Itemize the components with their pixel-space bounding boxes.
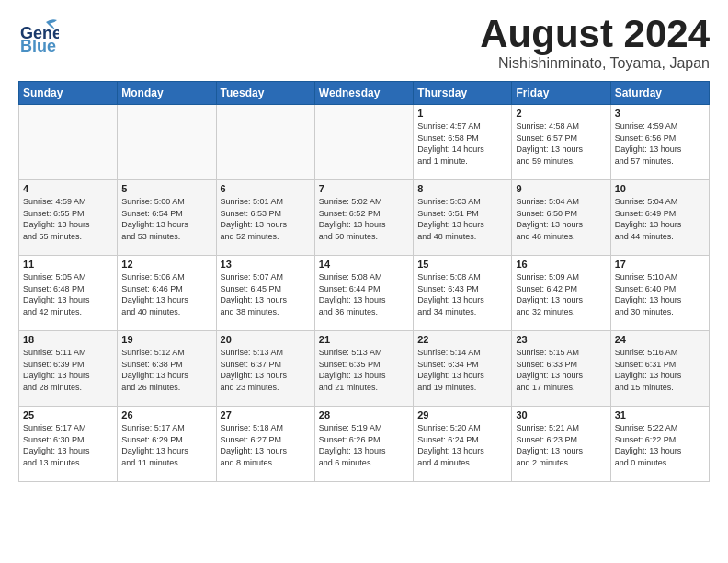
- day-info-6: Sunrise: 5:01 AM Sunset: 6:53 PM Dayligh…: [221, 196, 311, 242]
- day-info-31: Sunrise: 5:22 AM Sunset: 6:22 PM Dayligh…: [615, 422, 705, 468]
- day-number-22: 22: [417, 334, 507, 345]
- day-number-19: 19: [121, 334, 211, 345]
- day-cell-empty: [216, 105, 314, 180]
- logo: General Blue General Blue: [18, 15, 59, 55]
- day-info-29: Sunrise: 5:20 AM Sunset: 6:24 PM Dayligh…: [417, 422, 507, 468]
- day-info-25: Sunrise: 5:17 AM Sunset: 6:30 PM Dayligh…: [23, 422, 113, 468]
- day-number-11: 11: [23, 259, 113, 270]
- day-info-9: Sunrise: 5:04 AM Sunset: 6:50 PM Dayligh…: [516, 196, 606, 242]
- day-info-22: Sunrise: 5:14 AM Sunset: 6:34 PM Dayligh…: [417, 347, 507, 393]
- day-number-6: 6: [221, 183, 311, 194]
- day-cell-11: 11Sunrise: 5:05 AM Sunset: 6:48 PM Dayli…: [19, 256, 118, 331]
- day-cell-empty: [314, 105, 413, 180]
- day-cell-26: 26Sunrise: 5:17 AM Sunset: 6:29 PM Dayli…: [118, 407, 216, 482]
- day-cell-2: 2Sunrise: 4:58 AM Sunset: 6:57 PM Daylig…: [512, 105, 610, 180]
- day-number-31: 31: [615, 409, 705, 420]
- day-number-9: 9: [516, 183, 606, 194]
- day-info-8: Sunrise: 5:03 AM Sunset: 6:51 PM Dayligh…: [417, 196, 507, 242]
- day-number-2: 2: [516, 108, 606, 119]
- day-cell-8: 8Sunrise: 5:03 AM Sunset: 6:51 PM Daylig…: [414, 180, 512, 256]
- title-block: August 2024 Nishishinminato, Toyama, Jap…: [480, 15, 710, 72]
- day-number-14: 14: [319, 259, 409, 270]
- header: General Blue General Blue August 2024 Ni…: [18, 15, 710, 72]
- week-row-5: 25Sunrise: 5:17 AM Sunset: 6:30 PM Dayli…: [19, 407, 710, 482]
- day-cell-1: 1Sunrise: 4:57 AM Sunset: 6:58 PM Daylig…: [414, 105, 512, 180]
- day-cell-16: 16Sunrise: 5:09 AM Sunset: 6:42 PM Dayli…: [512, 256, 610, 331]
- day-cell-20: 20Sunrise: 5:13 AM Sunset: 6:37 PM Dayli…: [216, 331, 314, 407]
- day-info-28: Sunrise: 5:19 AM Sunset: 6:26 PM Dayligh…: [319, 422, 409, 468]
- day-number-10: 10: [615, 183, 705, 194]
- day-cell-21: 21Sunrise: 5:13 AM Sunset: 6:35 PM Dayli…: [314, 331, 413, 407]
- day-cell-14: 14Sunrise: 5:08 AM Sunset: 6:44 PM Dayli…: [314, 256, 413, 331]
- day-number-7: 7: [319, 183, 409, 194]
- weekday-sunday: Sunday: [19, 82, 118, 105]
- day-cell-29: 29Sunrise: 5:20 AM Sunset: 6:24 PM Dayli…: [414, 407, 512, 482]
- day-info-16: Sunrise: 5:09 AM Sunset: 6:42 PM Dayligh…: [516, 271, 606, 317]
- day-cell-12: 12Sunrise: 5:06 AM Sunset: 6:46 PM Dayli…: [118, 256, 216, 331]
- page: General Blue General Blue August 2024 Ni…: [0, 0, 728, 491]
- day-info-18: Sunrise: 5:11 AM Sunset: 6:39 PM Dayligh…: [23, 347, 113, 393]
- day-cell-28: 28Sunrise: 5:19 AM Sunset: 6:26 PM Dayli…: [314, 407, 413, 482]
- day-number-12: 12: [121, 259, 211, 270]
- day-cell-10: 10Sunrise: 5:04 AM Sunset: 6:49 PM Dayli…: [610, 180, 709, 256]
- day-cell-25: 25Sunrise: 5:17 AM Sunset: 6:30 PM Dayli…: [19, 407, 118, 482]
- day-info-21: Sunrise: 5:13 AM Sunset: 6:35 PM Dayligh…: [319, 347, 409, 393]
- day-info-5: Sunrise: 5:00 AM Sunset: 6:54 PM Dayligh…: [121, 196, 211, 242]
- logo-icon: General Blue: [18, 15, 59, 55]
- day-cell-17: 17Sunrise: 5:10 AM Sunset: 6:40 PM Dayli…: [610, 256, 709, 331]
- month-title: August 2024: [480, 15, 710, 53]
- day-cell-5: 5Sunrise: 5:00 AM Sunset: 6:54 PM Daylig…: [118, 180, 216, 256]
- weekday-tuesday: Tuesday: [216, 82, 314, 105]
- day-number-27: 27: [221, 409, 311, 420]
- day-cell-31: 31Sunrise: 5:22 AM Sunset: 6:22 PM Dayli…: [610, 407, 709, 482]
- day-info-11: Sunrise: 5:05 AM Sunset: 6:48 PM Dayligh…: [23, 271, 113, 317]
- weekday-saturday: Saturday: [610, 82, 709, 105]
- day-cell-3: 3Sunrise: 4:59 AM Sunset: 6:56 PM Daylig…: [610, 105, 709, 180]
- weekday-monday: Monday: [118, 82, 216, 105]
- day-cell-18: 18Sunrise: 5:11 AM Sunset: 6:39 PM Dayli…: [19, 331, 118, 407]
- day-info-13: Sunrise: 5:07 AM Sunset: 6:45 PM Dayligh…: [221, 271, 311, 317]
- week-row-4: 18Sunrise: 5:11 AM Sunset: 6:39 PM Dayli…: [19, 331, 710, 407]
- day-info-30: Sunrise: 5:21 AM Sunset: 6:23 PM Dayligh…: [516, 422, 606, 468]
- day-number-15: 15: [417, 259, 507, 270]
- day-number-28: 28: [319, 409, 409, 420]
- day-info-12: Sunrise: 5:06 AM Sunset: 6:46 PM Dayligh…: [121, 271, 211, 317]
- day-info-10: Sunrise: 5:04 AM Sunset: 6:49 PM Dayligh…: [615, 196, 705, 242]
- day-cell-15: 15Sunrise: 5:08 AM Sunset: 6:43 PM Dayli…: [414, 256, 512, 331]
- week-row-1: 1Sunrise: 4:57 AM Sunset: 6:58 PM Daylig…: [19, 105, 710, 180]
- day-number-26: 26: [121, 409, 211, 420]
- day-cell-24: 24Sunrise: 5:16 AM Sunset: 6:31 PM Dayli…: [610, 331, 709, 407]
- day-info-7: Sunrise: 5:02 AM Sunset: 6:52 PM Dayligh…: [319, 196, 409, 242]
- day-info-15: Sunrise: 5:08 AM Sunset: 6:43 PM Dayligh…: [417, 271, 507, 317]
- day-cell-7: 7Sunrise: 5:02 AM Sunset: 6:52 PM Daylig…: [314, 180, 413, 256]
- day-number-17: 17: [615, 259, 705, 270]
- day-number-5: 5: [121, 183, 211, 194]
- day-cell-13: 13Sunrise: 5:07 AM Sunset: 6:45 PM Dayli…: [216, 256, 314, 331]
- svg-text:Blue: Blue: [20, 37, 56, 55]
- day-cell-6: 6Sunrise: 5:01 AM Sunset: 6:53 PM Daylig…: [216, 180, 314, 256]
- calendar-table: SundayMondayTuesdayWednesdayThursdayFrid…: [18, 81, 710, 482]
- day-cell-22: 22Sunrise: 5:14 AM Sunset: 6:34 PM Dayli…: [414, 331, 512, 407]
- day-number-8: 8: [417, 183, 507, 194]
- day-info-27: Sunrise: 5:18 AM Sunset: 6:27 PM Dayligh…: [221, 422, 311, 468]
- day-cell-9: 9Sunrise: 5:04 AM Sunset: 6:50 PM Daylig…: [512, 180, 610, 256]
- day-number-18: 18: [23, 334, 113, 345]
- day-cell-27: 27Sunrise: 5:18 AM Sunset: 6:27 PM Dayli…: [216, 407, 314, 482]
- week-row-2: 4Sunrise: 4:59 AM Sunset: 6:55 PM Daylig…: [19, 180, 710, 256]
- day-number-4: 4: [23, 183, 113, 194]
- day-info-24: Sunrise: 5:16 AM Sunset: 6:31 PM Dayligh…: [615, 347, 705, 393]
- day-cell-4: 4Sunrise: 4:59 AM Sunset: 6:55 PM Daylig…: [19, 180, 118, 256]
- day-cell-19: 19Sunrise: 5:12 AM Sunset: 6:38 PM Dayli…: [118, 331, 216, 407]
- day-info-17: Sunrise: 5:10 AM Sunset: 6:40 PM Dayligh…: [615, 271, 705, 317]
- day-cell-empty: [118, 105, 216, 180]
- day-number-20: 20: [221, 334, 311, 345]
- day-info-2: Sunrise: 4:58 AM Sunset: 6:57 PM Dayligh…: [516, 121, 606, 167]
- day-number-23: 23: [516, 334, 606, 345]
- day-number-16: 16: [516, 259, 606, 270]
- day-number-24: 24: [615, 334, 705, 345]
- day-number-3: 3: [615, 108, 705, 119]
- day-number-21: 21: [319, 334, 409, 345]
- day-cell-23: 23Sunrise: 5:15 AM Sunset: 6:33 PM Dayli…: [512, 331, 610, 407]
- day-info-3: Sunrise: 4:59 AM Sunset: 6:56 PM Dayligh…: [615, 121, 705, 167]
- weekday-wednesday: Wednesday: [314, 82, 413, 105]
